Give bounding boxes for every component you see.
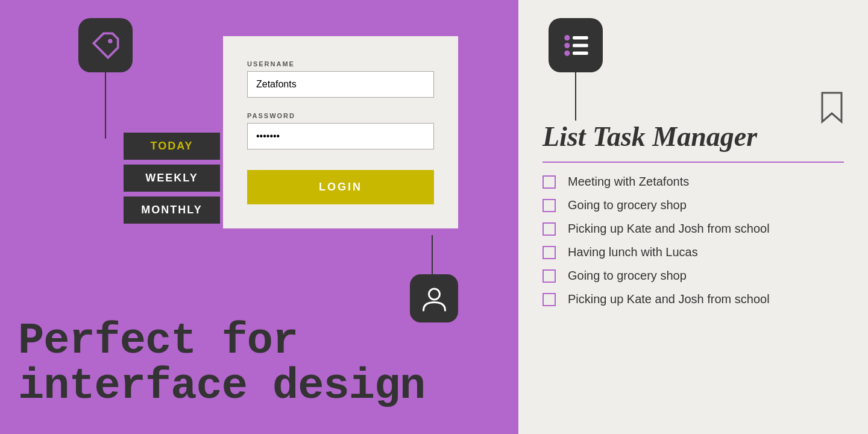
user-icon [410,274,458,322]
svg-point-0 [108,39,112,43]
task-text-4: Having lunch with Lucas [568,245,698,259]
stat-row-today: $235.99 TODAY [18,133,223,160]
left-panel: $235.99 TODAY $1,678.45 WEEKLY $7,536.00… [0,0,518,434]
tag-connector-line [105,72,106,139]
stat-row-monthly: $7,536.00 MONTHLY [18,197,223,224]
task-checkbox-1[interactable] [542,175,556,189]
svg-point-4 [564,42,570,48]
task-checkbox-2[interactable] [542,199,556,212]
right-panel: List Task Manager Meeting with Zetafonts… [518,0,868,434]
stat-label-today: TODAY [124,133,220,160]
task-text-3: Picking up Kate and Josh from school [568,222,770,236]
password-label: PASSWORD [247,112,434,119]
tagline-line2: interface design [18,364,425,410]
stat-label-weekly: WEEKLY [124,165,220,192]
username-input[interactable] [247,71,434,98]
task-item-6: Picking up Kate and Josh from school [542,292,844,306]
task-item-1: Meeting with Zetafonts [542,175,844,189]
task-text-1: Meeting with Zetafonts [568,175,689,189]
tagline-text: Perfect for interface design [18,319,425,410]
tagline-line1: Perfect for [18,319,425,365]
stat-value-weekly: $1,678.45 [18,167,115,189]
stat-row-weekly: $1,678.45 WEEKLY [18,165,223,192]
task-item-4: Having lunch with Lucas [542,245,844,259]
list-connector-line [575,72,576,121]
task-text-2: Going to grocery shop [568,198,687,212]
task-item-3: Picking up Kate and Josh from school [542,222,844,236]
login-button[interactable]: LOGIN [247,170,434,204]
stats-table: $235.99 TODAY $1,678.45 WEEKLY $7,536.00… [18,133,223,228]
svg-point-1 [429,289,439,300]
username-label: USERNAME [247,60,434,68]
task-manager-title: List Task Manager [542,121,844,153]
task-text-6: Picking up Kate and Josh from school [568,292,770,306]
stat-value-today: $235.99 [18,135,115,157]
task-list: Meeting with Zetafonts Going to grocery … [542,175,844,316]
task-text-5: Going to grocery shop [568,269,687,283]
svg-rect-3 [573,36,588,39]
tag-icon [78,18,133,72]
svg-point-6 [564,50,570,55]
login-form: USERNAME PASSWORD LOGIN [223,36,458,228]
stat-value-monthly: $7,536.00 [18,199,115,221]
stat-label-monthly: MONTHLY [124,197,220,224]
svg-point-2 [564,35,570,40]
task-checkbox-4[interactable] [542,246,556,259]
svg-rect-7 [573,51,588,55]
task-item-2: Going to grocery shop [542,198,844,212]
svg-rect-5 [573,43,588,47]
list-icon [549,18,603,72]
task-checkbox-3[interactable] [542,222,556,236]
title-divider [542,162,844,163]
task-checkbox-5[interactable] [542,269,556,283]
task-item-5: Going to grocery shop [542,269,844,283]
task-checkbox-6[interactable] [542,293,556,306]
password-input[interactable] [247,123,434,149]
